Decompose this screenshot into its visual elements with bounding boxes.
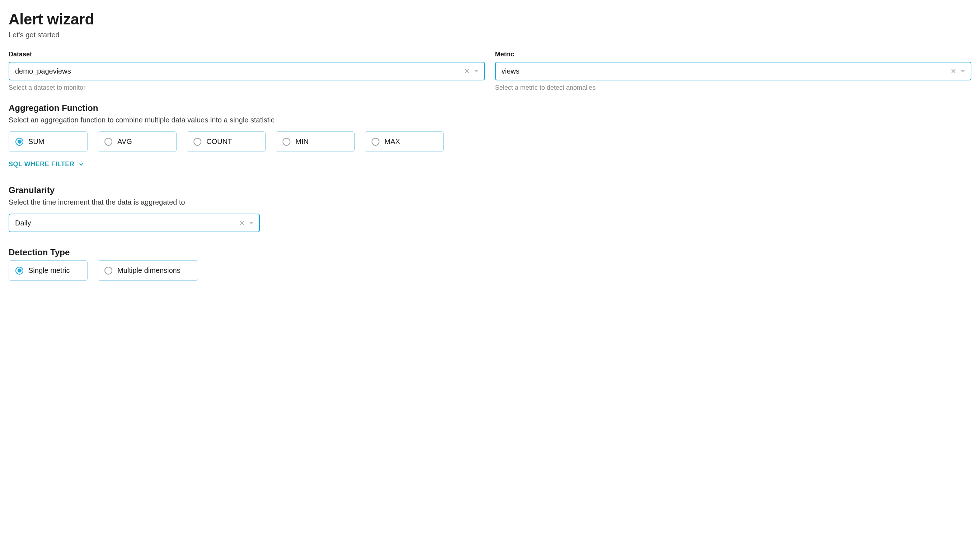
granularity-select[interactable]: Daily	[9, 213, 260, 232]
detection-option-single[interactable]: Single metric	[9, 260, 88, 281]
radio-icon	[104, 267, 112, 274]
detection-options: Single metric Multiple dimensions	[9, 260, 971, 281]
chevron-down-icon[interactable]	[961, 70, 965, 72]
aggregation-desc: Select an aggregation function to combin…	[9, 116, 971, 124]
detection-option-label: Multiple dimensions	[117, 266, 181, 274]
radio-icon	[194, 138, 201, 146]
radio-icon	[15, 138, 23, 146]
granularity-desc: Select the time increment that the data …	[9, 198, 971, 207]
aggregation-option-label: MIN	[295, 138, 309, 146]
radio-icon	[372, 138, 379, 146]
aggregation-option-label: SUM	[28, 138, 44, 146]
aggregation-option-sum[interactable]: SUM	[9, 132, 88, 152]
metric-select[interactable]: views	[495, 62, 971, 80]
page-title: Alert wizard	[9, 11, 971, 28]
aggregation-option-avg[interactable]: AVG	[98, 132, 176, 152]
metric-label: Metric	[495, 51, 971, 58]
sql-where-filter-toggle[interactable]: SQL WHERE FILTER	[9, 160, 971, 168]
chevron-down-icon[interactable]	[474, 70, 478, 72]
clear-icon[interactable]	[239, 220, 245, 226]
radio-icon	[282, 138, 290, 146]
metric-helper: Select a metric to detect anomalies	[495, 84, 971, 91]
granularity-title: Granularity	[9, 185, 971, 195]
aggregation-option-max[interactable]: MAX	[365, 132, 444, 152]
radio-icon	[104, 138, 112, 146]
aggregation-option-count[interactable]: COUNT	[187, 132, 266, 152]
aggregation-options: SUM AVG COUNT MIN MAX	[9, 132, 971, 152]
chevron-down-icon	[79, 162, 83, 167]
dataset-value: demo_pageviews	[15, 67, 464, 75]
aggregation-option-label: AVG	[117, 138, 132, 146]
detection-option-label: Single metric	[28, 266, 70, 274]
aggregation-option-label: COUNT	[207, 138, 232, 146]
aggregation-title: Aggregation Function	[9, 103, 971, 113]
aggregation-option-label: MAX	[385, 138, 400, 146]
detection-option-multiple[interactable]: Multiple dimensions	[98, 260, 198, 281]
dataset-label: Dataset	[9, 51, 485, 58]
chevron-down-icon[interactable]	[249, 222, 253, 225]
aggregation-option-min[interactable]: MIN	[276, 132, 354, 152]
sql-filter-label: SQL WHERE FILTER	[9, 160, 74, 168]
clear-icon[interactable]	[951, 68, 956, 74]
metric-value: views	[502, 67, 951, 75]
radio-icon	[15, 267, 23, 274]
dataset-helper: Select a dataset to monitor	[9, 84, 485, 91]
granularity-value: Daily	[15, 219, 239, 227]
dataset-select[interactable]: demo_pageviews	[9, 62, 485, 80]
detection-title: Detection Type	[9, 247, 971, 257]
page-subtitle: Let's get started	[9, 31, 971, 39]
clear-icon[interactable]	[464, 68, 470, 74]
